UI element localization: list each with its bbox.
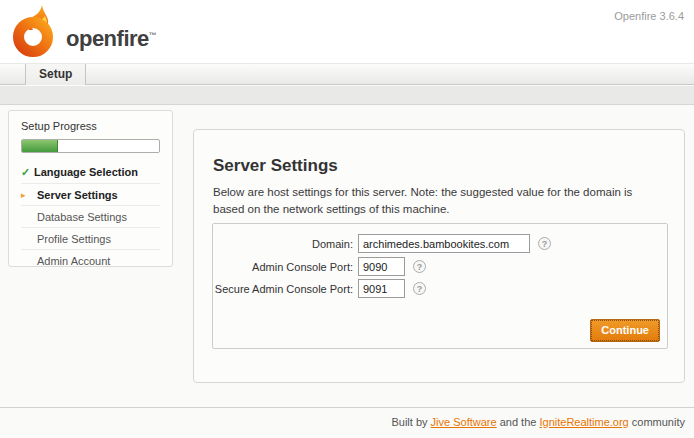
openfire-flame-icon <box>12 4 58 58</box>
domain-label: Domain: <box>213 238 353 250</box>
domain-input[interactable] <box>358 234 530 253</box>
sidebar-item-language-selection[interactable]: ✓ Language Selection <box>21 161 160 183</box>
help-icon[interactable]: ? <box>538 237 551 250</box>
app-header: openfire™ Openfire 3.6.4 <box>0 0 694 63</box>
jive-software-link[interactable]: Jive Software <box>431 416 497 428</box>
footer-text: Built by <box>391 416 427 428</box>
sidebar-item-label: Database Settings <box>37 211 127 223</box>
help-icon[interactable]: ? <box>413 282 426 295</box>
sidebar-item-label: Profile Settings <box>37 233 111 245</box>
secure-admin-console-port-label: Secure Admin Console Port: <box>213 283 353 295</box>
sidebar-item-label: Admin Account <box>37 255 110 267</box>
sidebar-title: Setup Progress <box>21 120 160 132</box>
admin-console-port-label: Admin Console Port: <box>213 261 353 273</box>
continue-button-label: Continue <box>591 320 659 341</box>
progress-fill <box>22 140 58 152</box>
field-row-domain: Domain:? <box>213 234 551 254</box>
server-settings-form: Domain:? Admin Console Port:? Secure Adm… <box>212 223 668 349</box>
setup-steps-nav: ✓ Language Selection ▸ Server Settings D… <box>21 161 160 271</box>
server-settings-panel: Server Settings Below are host settings … <box>193 129 685 383</box>
tab-bar: Setup <box>0 63 694 85</box>
page-description: Below are host settings for this server.… <box>213 184 665 217</box>
openfire-logo: openfire™ <box>12 4 212 60</box>
footer-text: community <box>632 416 685 428</box>
secure-admin-console-port-input[interactable] <box>358 279 405 298</box>
progress-bar <box>21 139 160 153</box>
page-title: Server Settings <box>213 156 338 176</box>
igniterealtime-link[interactable]: IgniteRealtime.org <box>539 416 628 428</box>
trademark: ™ <box>149 31 157 40</box>
sidebar-item-server-settings[interactable]: ▸ Server Settings <box>21 183 160 205</box>
sidebar-item-label: Server Settings <box>37 189 118 201</box>
page-footer: Built by Jive Software and the IgniteRea… <box>0 407 694 438</box>
sidebar-item-admin-account[interactable]: Admin Account <box>21 249 160 271</box>
setup-progress-sidebar: Setup Progress ✓ Language Selection ▸ Se… <box>8 110 173 267</box>
sub-header-band <box>0 85 694 105</box>
tab-setup[interactable]: Setup <box>25 64 86 85</box>
admin-console-port-input[interactable] <box>358 257 405 276</box>
brand-text: openfire™ <box>66 26 156 52</box>
arrow-right-icon: ▸ <box>21 184 35 206</box>
check-icon: ✓ <box>21 161 35 183</box>
version-text: Openfire 3.6.4 <box>614 10 684 22</box>
sidebar-item-label: Language Selection <box>34 166 138 178</box>
field-row-admin-console-port: Admin Console Port:? <box>213 257 426 277</box>
sidebar-item-database-settings[interactable]: Database Settings <box>21 205 160 227</box>
help-icon[interactable]: ? <box>413 260 426 273</box>
field-row-secure-admin-console-port: Secure Admin Console Port:? <box>213 279 426 299</box>
footer-text: and the <box>500 416 537 428</box>
sidebar-item-profile-settings[interactable]: Profile Settings <box>21 227 160 249</box>
continue-button[interactable]: Continue <box>590 319 660 342</box>
